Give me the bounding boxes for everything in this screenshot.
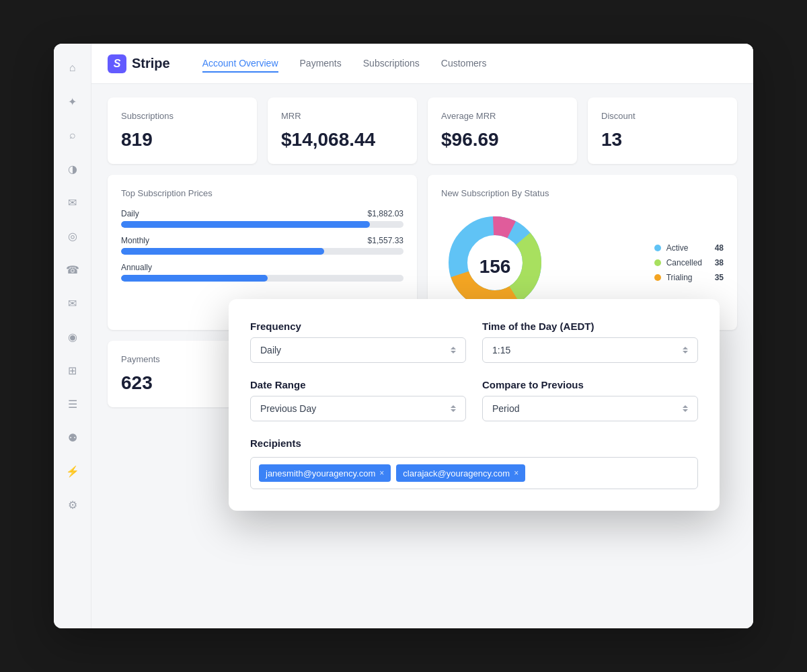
recipients-section: Recipients janesmith@youragency.com × cl… bbox=[250, 437, 698, 489]
legend-trialing-count: 35 bbox=[707, 273, 724, 282]
sidebar-icon-gear[interactable]: ⚙ bbox=[62, 494, 83, 515]
stat-avg-mrr: Average MRR $96.69 bbox=[428, 97, 577, 164]
date-range-value: Previous Day bbox=[260, 403, 316, 414]
modal-overlay: Frequency Daily Time of the Day (AEDT) 1… bbox=[229, 299, 720, 511]
sidebar-icon-doc[interactable]: ☰ bbox=[62, 393, 83, 415]
legend-trialing-dot bbox=[654, 274, 661, 281]
time-chevron-down-icon bbox=[683, 351, 688, 353]
legend-cancelled: Cancelled 38 bbox=[654, 258, 724, 267]
avg-mrr-label: Average MRR bbox=[441, 111, 564, 121]
sidebar-icon-users[interactable]: ⚉ bbox=[62, 427, 83, 448]
recipient-remove-1[interactable]: × bbox=[514, 468, 518, 478]
legend-active-label: Active bbox=[666, 243, 689, 253]
donut-title: New Subscription By Status bbox=[441, 188, 724, 198]
legend-active: Active 48 bbox=[654, 243, 724, 253]
recipient-tag-0[interactable]: janesmith@youragency.com × bbox=[259, 464, 391, 482]
sidebar-icon-chat[interactable]: ✉ bbox=[62, 192, 83, 213]
sidebar-icon-cart[interactable]: ⊞ bbox=[62, 360, 83, 381]
legend-cancelled-label: Cancelled bbox=[666, 258, 702, 267]
stats-row: Subscriptions 819 MRR $14,068.44 Average… bbox=[108, 97, 737, 164]
donut-legend: Active 48 Cancelled 38 Trialing bbox=[654, 243, 724, 282]
nav-account-overview[interactable]: Account Overview bbox=[202, 55, 278, 73]
bar-monthly: Monthly $1,557.33 bbox=[121, 236, 404, 255]
recipients-label: Recipients bbox=[250, 437, 698, 449]
legend-trialing: Trialing 35 bbox=[654, 273, 724, 282]
modal-bottom-section: Date Range Previous Day Compare to Previ… bbox=[250, 379, 698, 421]
nav-subscriptions[interactable]: Subscriptions bbox=[363, 55, 420, 73]
bar-monthly-label: Monthly bbox=[121, 236, 149, 245]
recipient-email-1: clarajack@youragency.com bbox=[403, 468, 510, 478]
compare-label: Compare to Previous bbox=[482, 379, 698, 390]
sidebar: ⌂ ✦ ⌕ ◑ ✉ ◎ ☎ ✉ ◉ ⊞ ☰ ⚉ ⚡ ⚙ bbox=[54, 44, 91, 628]
frequency-group: Frequency Daily bbox=[250, 321, 466, 363]
sidebar-icon-search[interactable]: ⌕ bbox=[62, 124, 83, 146]
subscriptions-label: Subscriptions bbox=[121, 111, 243, 121]
frequency-chevron bbox=[451, 347, 456, 353]
nav-customers[interactable]: Customers bbox=[441, 55, 487, 73]
date-range-chevron-down-icon bbox=[451, 409, 456, 412]
nav-payments[interactable]: Payments bbox=[300, 55, 342, 73]
bar-annually-track bbox=[121, 275, 404, 282]
brand-name: Stripe bbox=[132, 56, 170, 71]
bar-monthly-amount: $1,557.33 bbox=[368, 236, 404, 245]
stat-subscriptions: Subscriptions 819 bbox=[108, 97, 257, 164]
bar-daily: Daily $1,882.03 bbox=[121, 209, 404, 228]
donut-total: 156 bbox=[479, 256, 511, 278]
chevron-down-icon bbox=[451, 351, 456, 353]
legend-cancelled-dot bbox=[654, 259, 661, 266]
recipient-email-0: janesmith@youragency.com bbox=[266, 468, 375, 478]
legend-cancelled-count: 38 bbox=[707, 258, 724, 267]
sidebar-icon-plug[interactable]: ⚡ bbox=[62, 460, 83, 482]
compare-group: Compare to Previous Period bbox=[482, 379, 698, 421]
sidebar-icon-location[interactable]: ◉ bbox=[62, 326, 83, 347]
compare-select[interactable]: Period bbox=[482, 396, 698, 421]
brand: S Stripe bbox=[108, 54, 170, 73]
recipients-box[interactable]: janesmith@youragency.com × clarajack@you… bbox=[250, 457, 698, 489]
compare-value: Period bbox=[492, 403, 519, 414]
compare-chevron-up-icon bbox=[683, 405, 688, 408]
subscriptions-value: 819 bbox=[121, 129, 243, 151]
top-nav: S Stripe Account Overview Payments Subsc… bbox=[91, 44, 753, 84]
dashboard-card: ⌂ ✦ ⌕ ◑ ✉ ◎ ☎ ✉ ◉ ⊞ ☰ ⚉ ⚡ ⚙ S Stripe Acc… bbox=[54, 44, 753, 628]
bar-daily-track bbox=[121, 221, 404, 228]
legend-trialing-label: Trialing bbox=[666, 273, 693, 282]
mrr-value: $14,068.44 bbox=[281, 129, 404, 151]
bar-monthly-fill bbox=[121, 248, 324, 255]
sidebar-icon-support[interactable]: ◎ bbox=[62, 225, 83, 247]
date-range-select[interactable]: Previous Day bbox=[250, 396, 466, 421]
sidebar-icon-home[interactable]: ⌂ bbox=[62, 57, 83, 79]
frequency-label: Frequency bbox=[250, 321, 466, 332]
avg-mrr-value: $96.69 bbox=[441, 129, 564, 151]
discount-label: Discount bbox=[601, 111, 724, 121]
time-label: Time of the Day (AEDT) bbox=[482, 321, 698, 332]
recipient-remove-0[interactable]: × bbox=[379, 468, 384, 478]
date-range-label: Date Range bbox=[250, 379, 466, 390]
legend-active-count: 48 bbox=[707, 243, 724, 253]
brand-logo: S bbox=[108, 54, 126, 73]
bar-daily-label: Daily bbox=[121, 209, 139, 218]
frequency-select[interactable]: Daily bbox=[250, 337, 466, 363]
sidebar-icon-mail[interactable]: ✉ bbox=[62, 292, 83, 314]
sidebar-icon-phone[interactable]: ☎ bbox=[62, 259, 83, 280]
time-value: 1:15 bbox=[492, 345, 510, 355]
mrr-label: MRR bbox=[281, 111, 404, 121]
sidebar-icon-palette[interactable]: ✦ bbox=[62, 91, 83, 112]
bar-annually: Annually bbox=[121, 263, 404, 282]
legend-active-dot bbox=[654, 245, 661, 251]
bar-daily-amount: $1,882.03 bbox=[368, 209, 404, 218]
top-subscription-title: Top Subscription Prices bbox=[121, 188, 404, 198]
recipient-tag-1[interactable]: clarajack@youragency.com × bbox=[396, 464, 525, 482]
bar-monthly-track bbox=[121, 248, 404, 255]
compare-chevron bbox=[683, 405, 688, 412]
bar-annually-label: Annually bbox=[121, 263, 152, 272]
time-select[interactable]: 1:15 bbox=[482, 337, 698, 363]
frequency-value: Daily bbox=[260, 345, 281, 355]
stat-mrr: MRR $14,068.44 bbox=[268, 97, 417, 164]
compare-chevron-down-icon bbox=[683, 409, 688, 412]
modal-top-section: Frequency Daily Time of the Day (AEDT) 1… bbox=[250, 321, 698, 363]
chevron-up-icon bbox=[451, 347, 456, 349]
bar-annually-fill bbox=[121, 275, 268, 282]
bar-daily-fill bbox=[121, 221, 370, 228]
sidebar-icon-chart[interactable]: ◑ bbox=[62, 158, 83, 179]
date-range-chevron bbox=[451, 405, 456, 412]
